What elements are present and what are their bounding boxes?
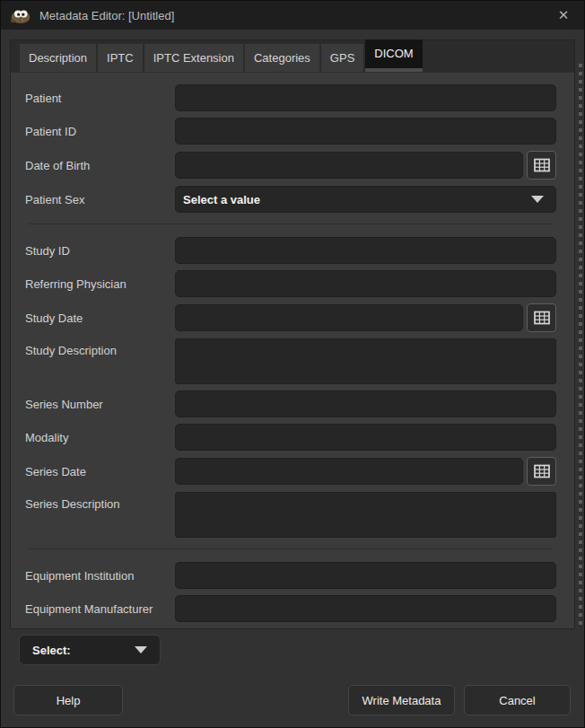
dicom-form: Patient Patient ID Date of Birth — [11, 73, 574, 628]
field-row-series-description: Series Description — [25, 492, 556, 538]
field-row-study-id: Study ID — [25, 237, 556, 264]
field-row-date-of-birth: Date of Birth — [25, 151, 556, 180]
dialog-action-area: Help Write Metadata Cancel — [1, 685, 584, 715]
field-row-referring-physician: Referring Physician — [25, 270, 556, 297]
series-description-textarea[interactable] — [175, 492, 556, 538]
series-number-input[interactable] — [175, 390, 556, 417]
section-divider — [29, 224, 553, 224]
field-label: Patient ID — [25, 125, 175, 138]
tab-description[interactable]: Description — [20, 44, 96, 72]
select-dropdown-label: Select: — [32, 644, 71, 657]
field-row-patient-id: Patient ID — [25, 118, 556, 145]
date-picker-button[interactable] — [527, 303, 556, 332]
window-title: Metadata Editor: [Untitled] — [39, 9, 174, 22]
field-label: Equipment Manufacturer — [25, 602, 175, 616]
date-of-birth-input[interactable] — [175, 152, 523, 179]
chevron-down-icon — [135, 646, 147, 653]
patient-input[interactable] — [175, 84, 556, 111]
study-id-input[interactable] — [175, 237, 556, 264]
gimp-wilber-icon — [10, 7, 31, 24]
select-dropdown[interactable]: Select: — [19, 635, 161, 665]
tab-iptc-extension[interactable]: IPTC Extension — [144, 44, 243, 72]
field-label: Patient — [25, 92, 175, 105]
metadata-notebook: Description IPTC IPTC Extension Categori… — [10, 39, 575, 629]
field-label: Equipment Institution — [25, 569, 175, 583]
tab-gps[interactable]: GPS — [321, 44, 363, 72]
field-row-series-number: Series Number — [25, 390, 556, 417]
help-button[interactable]: Help — [13, 685, 123, 715]
series-date-input[interactable] — [175, 458, 523, 485]
calendar-icon — [534, 158, 550, 172]
calendar-icon — [534, 464, 550, 478]
patient-id-input[interactable] — [175, 118, 556, 145]
chevron-down-icon — [531, 196, 544, 203]
study-description-textarea[interactable] — [175, 338, 556, 384]
section-divider — [29, 548, 553, 549]
field-row-patient: Patient — [25, 84, 556, 111]
field-label: Patient Sex — [25, 193, 175, 206]
dropdown-selected-value: Select a value — [183, 193, 260, 206]
date-picker-button[interactable] — [527, 457, 556, 486]
study-date-input[interactable] — [175, 304, 523, 331]
field-label: Series Date — [25, 465, 175, 478]
calendar-icon — [534, 311, 550, 325]
field-row-study-description: Study Description — [25, 338, 556, 384]
field-label: Series Description — [25, 492, 175, 511]
field-row-study-date: Study Date — [25, 303, 556, 332]
field-label: Study Description — [25, 338, 175, 357]
equipment-institution-input[interactable] — [175, 562, 556, 589]
tab-iptc[interactable]: IPTC — [98, 44, 143, 72]
modality-input[interactable] — [175, 424, 556, 451]
tab-dicom[interactable]: DICOM — [365, 39, 422, 72]
cancel-button[interactable]: Cancel — [464, 685, 571, 715]
field-label: Study ID — [25, 244, 175, 258]
field-row-equipment-institution: Equipment Institution — [25, 562, 556, 589]
field-label: Series Number — [25, 398, 175, 411]
equipment-manufacturer-input[interactable] — [175, 595, 556, 622]
write-metadata-button[interactable]: Write Metadata — [348, 685, 455, 715]
close-icon[interactable]: ✕ — [552, 4, 575, 27]
field-row-series-date: Series Date — [25, 457, 556, 486]
field-row-modality: Modality — [25, 424, 556, 451]
field-label: Date of Birth — [25, 159, 175, 172]
tab-bar: Description IPTC IPTC Extension Categori… — [11, 40, 574, 73]
referring-physician-input[interactable] — [175, 270, 556, 297]
scrollbar-track[interactable] — [579, 64, 582, 629]
date-picker-button[interactable] — [527, 151, 556, 180]
patient-sex-dropdown[interactable]: Select a value — [175, 186, 556, 213]
tab-categories[interactable]: Categories — [245, 44, 319, 72]
titlebar: Metadata Editor: [Untitled] ✕ — [1, 1, 584, 30]
field-label: Study Date — [25, 311, 175, 325]
metadata-editor-window: Metadata Editor: [Untitled] ✕ Descriptio… — [0, 0, 585, 728]
field-row-patient-sex: Patient Sex Select a value — [25, 186, 556, 213]
field-label: Referring Physician — [25, 277, 175, 291]
field-label: Modality — [25, 431, 175, 444]
field-row-equipment-manufacturer: Equipment Manufacturer — [25, 595, 556, 622]
